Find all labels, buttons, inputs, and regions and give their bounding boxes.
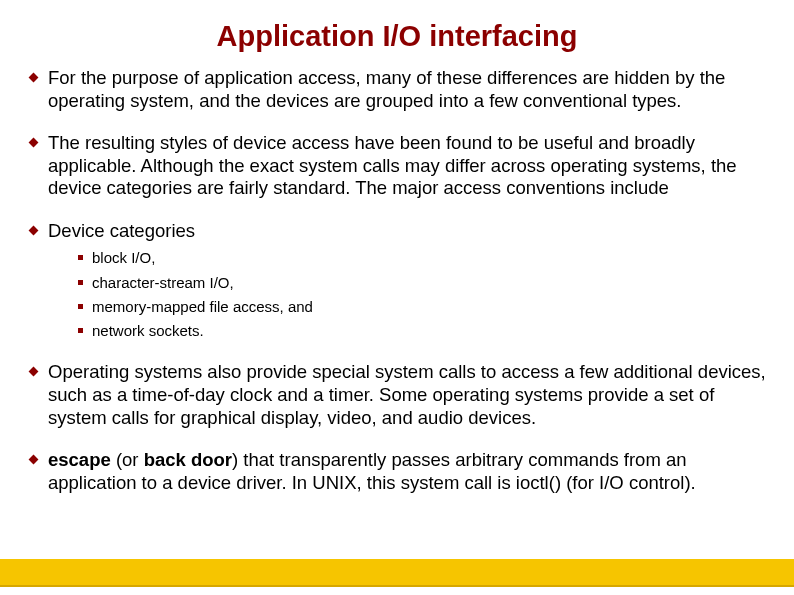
sub-bullet-item: character-stream I/O, bbox=[76, 273, 768, 293]
bullet-item: escape (or back door) that transparently… bbox=[28, 449, 768, 494]
bullet-item: Device categories block I/O, character-s… bbox=[28, 220, 768, 342]
text: (or bbox=[111, 449, 144, 470]
sub-bullet-item: memory-mapped file access, and bbox=[76, 297, 768, 317]
sub-bullet-list: block I/O, character-stream I/O, memory-… bbox=[48, 248, 768, 341]
footer-underline bbox=[0, 585, 794, 587]
bold-text: back door bbox=[144, 449, 232, 470]
sub-bullet-item: network sockets. bbox=[76, 321, 768, 341]
bullet-item: Operating systems also provide special s… bbox=[28, 361, 768, 429]
bullet-text: Device categories bbox=[48, 220, 195, 241]
slide-title: Application I/O interfacing bbox=[20, 20, 774, 53]
slide: Application I/O interfacing For the purp… bbox=[0, 0, 794, 595]
bullet-item: For the purpose of application access, m… bbox=[28, 67, 768, 112]
sub-bullet-item: block I/O, bbox=[76, 248, 768, 268]
bullet-item: The resulting styles of device access ha… bbox=[28, 132, 768, 200]
bold-text: escape bbox=[48, 449, 111, 470]
bullet-list: For the purpose of application access, m… bbox=[20, 67, 774, 494]
footer-bar bbox=[0, 559, 794, 585]
